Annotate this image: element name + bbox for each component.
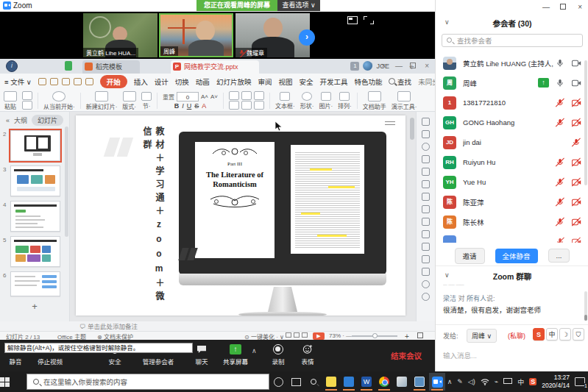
picture-button[interactable]: 图片·: [319, 92, 333, 110]
participant-row[interactable]: 陈 陈亚萍: [436, 192, 588, 212]
camera-off-icon[interactable]: [571, 177, 581, 188]
participant-row[interactable]: RH Ruiyun Hu: [436, 152, 588, 172]
panel-collapse-icon[interactable]: «: [6, 117, 10, 124]
participant-row-partial[interactable]: [436, 232, 588, 243]
tab-docer-template[interactable]: 稻壳模板: [82, 60, 140, 74]
sticky-notes-app-icon[interactable]: [323, 373, 339, 391]
mic-icon[interactable]: [555, 58, 565, 68]
taskbar-search-input[interactable]: 在这里输入你要搜索的内容: [26, 374, 269, 390]
view-mode-icons[interactable]: [286, 332, 310, 339]
quick-access-icons[interactable]: [38, 78, 93, 85]
present-tools-button[interactable]: 演示工具·: [392, 91, 417, 110]
underline-button[interactable]: U: [187, 102, 192, 110]
participant-search-input[interactable]: 查找参会者: [442, 34, 583, 47]
touch-keyboard-icon[interactable]: [503, 378, 512, 385]
participant-row-zhou[interactable]: 周 周峰 ↑: [436, 73, 588, 93]
notes-bar[interactable]: 🗩 单击此处添加备注: [0, 321, 435, 331]
muted-mic-icon[interactable]: [555, 217, 565, 227]
more-button[interactable]: ...: [548, 249, 570, 263]
share-screen-button[interactable]: ↑ 共享屏幕: [218, 343, 253, 366]
undo-icon[interactable]: [74, 78, 82, 85]
arrange-button[interactable]: 排列·: [338, 92, 352, 110]
slide-thumb-3[interactable]: [10, 165, 60, 196]
camera-off-icon[interactable]: [571, 217, 581, 227]
zoom-slider[interactable]: [352, 335, 397, 337]
media-panel-icon[interactable]: [422, 255, 430, 263]
muted-mic-icon[interactable]: [571, 138, 581, 148]
font-size-box[interactable]: 0: [177, 92, 199, 101]
panel-close-button[interactable]: ×: [578, 3, 582, 11]
word-app-icon[interactable]: W: [358, 373, 375, 391]
slide-thumb-4[interactable]: [10, 201, 60, 232]
font-shrink[interactable]: A˅: [210, 93, 218, 100]
menu-insert[interactable]: 插入: [134, 76, 148, 87]
camera-icon[interactable]: [571, 58, 581, 68]
notepad-app-icon[interactable]: [411, 373, 428, 391]
font-grow[interactable]: A˄: [201, 93, 208, 100]
share-options-chevron[interactable]: ∧: [252, 347, 257, 354]
participant-list-scrollbar[interactable]: [584, 60, 587, 185]
participant-row[interactable]: JD jin dai: [436, 132, 588, 152]
slide-thumb-5[interactable]: [10, 236, 60, 267]
slide-thumb-6[interactable]: [10, 271, 60, 296]
video-tile-zhou-active[interactable]: 周峰: [159, 13, 233, 57]
mail-panel-icon[interactable]: [422, 243, 430, 251]
settings-panel-icon[interactable]: [422, 155, 430, 163]
image-panel-icon[interactable]: [422, 180, 430, 188]
save-icon[interactable]: [38, 78, 46, 85]
paste-button[interactable]: 粘贴: [4, 91, 17, 110]
camera-off-icon[interactable]: [571, 197, 581, 207]
wps-home-avatar[interactable]: [6, 60, 18, 72]
camera-icon[interactable]: [571, 78, 581, 88]
muted-mic-icon[interactable]: [555, 157, 565, 168]
wps-minimize-button[interactable]: —: [395, 62, 403, 70]
muted-mic-icon[interactable]: [555, 98, 565, 108]
collapse-chevron-icon[interactable]: ∨: [444, 18, 450, 26]
menu-view[interactable]: 视图: [278, 76, 292, 87]
zoom-out-button[interactable]: —: [346, 332, 352, 339]
chat-messages[interactable]: ‾‾ ‾‾‾ ‾‾‾‾ 梁洁 对 所有人说: 很清楚，很有启发，谢谢宫老师: [436, 282, 588, 325]
tab-document[interactable]: P 网络教学交流.pptx: [171, 60, 259, 74]
reactions-button[interactable]: 表情: [291, 343, 324, 366]
layers-panel-icon[interactable]: [422, 130, 430, 138]
mail-app-icon[interactable]: [341, 373, 357, 391]
fit-fullscreen-icon[interactable]: [417, 332, 423, 340]
magnifier-app-icon[interactable]: [305, 373, 322, 391]
textbox-button[interactable]: 文本框·: [275, 92, 295, 110]
camera-off-icon[interactable]: [571, 157, 581, 168]
participant-row[interactable]: YH Yue Hu: [436, 172, 588, 192]
zoom-app-taskbar-icon[interactable]: [429, 373, 445, 391]
star-panel-icon[interactable]: [422, 118, 430, 126]
chat-input[interactable]: 输入消息...: [443, 350, 477, 360]
audio-jack-icon[interactable]: ⌁: [495, 378, 498, 385]
muted-mic-icon[interactable]: [555, 237, 565, 243]
panel-minimize-button[interactable]: —: [542, 3, 550, 11]
tab-outline[interactable]: 大纲: [14, 115, 27, 125]
slide-scrollbar[interactable]: [410, 118, 414, 140]
camera-off-icon[interactable]: [571, 237, 581, 243]
menu-home-active[interactable]: 开始: [100, 75, 127, 88]
tab-slides-active[interactable]: 幻灯片: [32, 115, 63, 126]
muted-mic-icon[interactable]: [555, 118, 565, 128]
audio-panel-icon[interactable]: [422, 268, 430, 276]
muted-mic-icon[interactable]: [555, 177, 565, 188]
redo-icon[interactable]: [85, 78, 93, 85]
menu-review[interactable]: 审阅: [258, 76, 272, 87]
chrome-app-icon[interactable]: [376, 373, 392, 391]
chat-collapse-chevron-icon[interactable]: ∨: [444, 271, 450, 279]
slide-hamburger-icon[interactable]: [385, 121, 395, 122]
shape-button[interactable]: 形状·: [300, 92, 314, 110]
play-from-current-button[interactable]: 从当前开始·: [43, 91, 75, 110]
taskbar-clock[interactable]: 13:272020/4/14: [542, 374, 570, 389]
menu-security[interactable]: 安全: [299, 76, 313, 87]
help-panel-icon[interactable]: [422, 280, 430, 288]
participant-row[interactable]: 1 13817721810: [436, 93, 588, 113]
doc-assistant-button[interactable]: 文档助手: [363, 91, 386, 110]
menu-file[interactable]: ≡ 文件 ∨: [4, 76, 32, 87]
slide-canvas-area[interactable]: 教材＋学习通＋zoom＋微信群 Part III The Literatur: [70, 112, 416, 321]
muted-mic-icon[interactable]: [555, 197, 565, 207]
new-slide-button[interactable]: 新建幻灯片·: [86, 91, 118, 110]
font-color-button[interactable]: A: [202, 102, 206, 110]
wps-close-button[interactable]: ×: [425, 62, 429, 70]
wifi-icon[interactable]: [481, 378, 489, 385]
